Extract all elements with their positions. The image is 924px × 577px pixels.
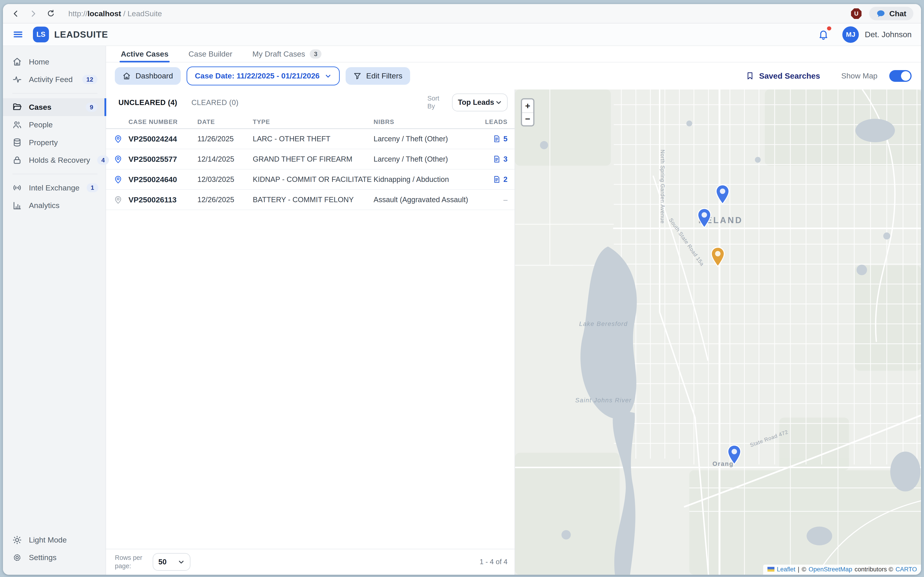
zoom-in-button[interactable]: + [522,99,533,112]
table-header: CASE NUMBER DATE TYPE NIBRS LEADS [106,115,515,129]
url-suffix: / LeadSuite [121,9,162,18]
clearance-subtabs: UNCLEARED (4) CLEARED (0) Sort By Top Le… [106,89,515,115]
chat-button[interactable]: Chat [869,7,913,20]
rows-per-page-select[interactable]: 50 [153,553,191,571]
draft-count-badge: 3 [310,49,321,58]
url-host: localhost [87,9,121,18]
case-nibrs: Larceny / Theft (Other) [373,155,481,163]
sidebar-item-intel-exchange[interactable]: Intel Exchange 1 [3,179,106,197]
case-number: VP250024640 [128,175,197,184]
user-name: Det. Johnson [865,30,912,39]
sidebar-item-people[interactable]: People [3,116,106,134]
bookmark-icon [746,71,754,80]
carto-link[interactable]: CARTO [896,566,917,573]
map-panel: North Spring Garden Avenue South State R… [515,89,921,575]
home-icon [123,72,131,80]
browser-window: http://localhost / LeadSuite U Chat LS L… [3,4,921,575]
zoom-out-button[interactable]: − [522,113,533,125]
subtab-cleared[interactable]: CLEARED (0) [191,98,238,107]
chevron-down-icon [325,73,331,79]
people-icon [12,120,22,130]
leads-link[interactable]: 5 [493,135,507,143]
sidebar-item-activity-feed[interactable]: Activity Feed 12 [3,71,106,88]
map-canvas[interactable] [515,89,921,575]
osm-link[interactable]: OpenStreetMap [809,566,852,573]
leaflet-link[interactable]: Leaflet [777,566,795,573]
sort-by-label: Sort By [428,94,446,111]
sidebar-item-settings[interactable]: Settings [3,549,106,566]
browser-toolbar: http://localhost / LeadSuite U Chat [3,4,921,23]
case-nibrs: Larceny / Theft (Other) [373,135,481,143]
url-bar[interactable]: http://localhost / LeadSuite [68,9,162,18]
case-type: GRAND THEFT OF FIREARM [253,155,374,163]
case-number: VP250024244 [128,135,197,143]
broadcast-icon [12,183,22,192]
home-icon [12,57,22,66]
table-row[interactable]: VP250026113 12/26/2025 BATTERY - COMMIT … [106,190,515,210]
ublock-extension-icon[interactable]: U [851,8,861,19]
subtab-uncleared[interactable]: UNCLEARED (4) [118,98,177,107]
sort-by-select[interactable]: Top Leads [452,93,507,111]
case-number: VP250025577 [128,155,197,164]
show-map-toggle[interactable] [889,70,912,82]
sidebar-item-cases[interactable]: Cases 9 [3,98,106,116]
map-zoom-control: + − [521,98,535,126]
case-number: VP250026113 [128,195,197,204]
cases-folder-icon [12,102,22,112]
document-icon [493,155,501,163]
menu-icon[interactable] [12,29,24,40]
rows-per-page-label: Rows per page: [115,554,147,571]
dashboard-button[interactable]: Dashboard [115,67,181,85]
col-type: TYPE [253,118,374,126]
map-pin-orange[interactable] [710,247,725,267]
edit-filters-button[interactable]: Edit Filters [346,67,410,85]
screen: http://localhost / LeadSuite U Chat LS L… [0,0,924,577]
sidebar-item-home[interactable]: Home [3,53,106,71]
divider [12,174,97,174]
sidebar-item-holds-recovery[interactable]: Holds & Recovery 4 [3,151,106,169]
col-nibrs: NIBRS [373,118,481,126]
case-type: BATTERY - COMMIT FELONY [253,195,374,204]
notification-dot [827,26,831,31]
case-date-filter-button[interactable]: Case Date: 11/22/2025 - 01/21/2026 [187,66,340,85]
case-date: 12/03/2025 [197,175,253,184]
map-pin-blue-2[interactable] [697,208,711,228]
sidebar-item-light-mode[interactable]: Light Mode [3,531,106,549]
table-row[interactable]: VP250025577 12/14/2025 GRAND THEFT OF FI… [106,149,515,169]
case-type: LARC - OTHER THEFT [253,135,374,143]
avatar[interactable]: MJ [842,26,859,43]
activity-icon [12,75,22,84]
no-leads-dash: – [504,195,507,204]
app-name: LEADSUITE [54,29,108,40]
page-tabs: Active Cases Case Builder My Draft Cases… [106,46,921,63]
forward-icon[interactable] [28,8,38,18]
case-nibrs: Assault (Aggravated Assault) [373,195,481,204]
lock-icon [12,156,22,165]
map-pin-blue-1[interactable] [715,184,730,205]
notifications-bell-icon[interactable] [817,29,829,40]
badge: 12 [82,75,97,84]
leads-link[interactable]: 2 [493,175,507,184]
tab-my-draft-cases[interactable]: My Draft Cases3 [252,46,322,62]
sidebar-item-property[interactable]: Property [3,134,106,151]
map-pin-icon [114,155,123,164]
sun-icon [12,535,22,545]
tab-case-builder[interactable]: Case Builder [189,46,233,62]
filter-funnel-icon [353,72,362,80]
app-logo[interactable]: LS [33,27,49,43]
tab-active-cases[interactable]: Active Cases [121,46,168,62]
map-pin-icon [114,175,123,184]
map-attribution: Leaflet | © OpenStreetMap contributors ©… [763,565,921,575]
badge: 4 [97,156,109,164]
sidebar-item-analytics[interactable]: Analytics [3,197,106,214]
refresh-icon[interactable] [46,8,56,18]
map-pin-blue-3[interactable] [727,445,741,465]
leads-link[interactable]: 3 [493,155,507,163]
saved-searches-button[interactable]: Saved Searches [746,71,820,81]
table-row[interactable]: VP250024244 11/26/2025 LARC - OTHER THEF… [106,129,515,149]
back-icon[interactable] [11,8,21,18]
map-pin-icon-disabled [114,195,123,204]
document-icon [493,135,501,143]
table-row[interactable]: VP250024640 12/03/2025 KIDNAP - COMMIT O… [106,169,515,190]
app-header: LS LEADSUITE MJ Det. Johnson [3,23,921,46]
